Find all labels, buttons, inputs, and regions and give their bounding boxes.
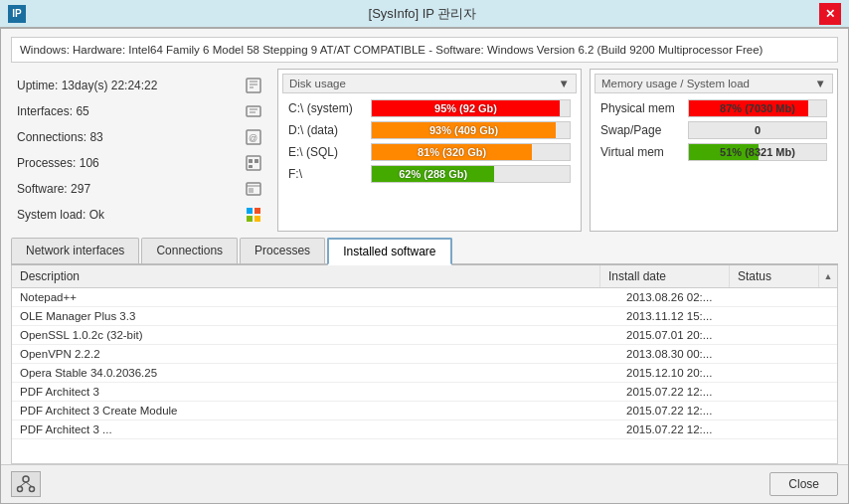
left-stats: Uptime: 13day(s) 22:24:22 Interfaces: 65… (11, 69, 269, 232)
disk-bar-wrap: 95% (92 Gb) (371, 99, 571, 117)
tab-installed-software[interactable]: Installed software (327, 238, 451, 265)
disk-drive-label: E:\ (SQL) (288, 145, 363, 159)
processes-row: Processes: 106 (11, 150, 269, 176)
cell-description: OpenSSL 1.0.2c (32-bit) (12, 326, 618, 344)
close-button[interactable]: Close (769, 472, 838, 496)
memory-row: Virtual mem51% (8321 Mb) (600, 143, 827, 161)
sysinfo-bar: Windows: Hardware: Intel64 Family 6 Mode… (11, 37, 838, 63)
disk-drive-label: C:\ (system) (288, 101, 363, 115)
memory-bar-wrap: 87% (7030 Mb) (688, 99, 827, 117)
table-header: Description Install date Status ▲ (12, 265, 837, 288)
interfaces-row: Interfaces: 65 (11, 98, 269, 124)
memory-row-label: Swap/Page (600, 123, 680, 137)
memory-panel-header: Memory usage / System load ▼ (594, 74, 833, 93)
software-label: Software: 297 (17, 182, 90, 196)
disk-row: D:\ (data)93% (409 Gb) (288, 121, 571, 139)
connections-icon: @ (244, 127, 263, 147)
svg-line-23 (20, 482, 26, 487)
disk-panel: Disk usage ▼ C:\ (system)95% (92 Gb)D:\ … (277, 69, 582, 232)
svg-rect-19 (255, 216, 260, 222)
software-row: Software: 297 (11, 176, 269, 202)
cell-install-date: 2015.07.22 12:... (618, 420, 748, 438)
disk-panel-header: Disk usage ▼ (282, 74, 577, 93)
table-row[interactable]: Opera Stable 34.0.2036.252015.12.10 20:.… (12, 364, 837, 383)
processes-icon (244, 153, 263, 173)
disk-header-label: Disk usage (289, 78, 346, 89)
svg-point-21 (18, 487, 23, 492)
svg-line-24 (26, 482, 32, 487)
uptime-row: Uptime: 13day(s) 22:24:22 (11, 73, 269, 98)
table-row[interactable]: PDF Architect 3 Create Module2015.07.22 … (12, 402, 837, 420)
tab-processes[interactable]: Processes (240, 238, 325, 263)
cell-description: PDF Architect 3 Create Module (12, 402, 618, 420)
svg-rect-17 (255, 208, 260, 214)
table-row[interactable]: OLE Manager Plus 3.32013.11.12 15:... (12, 307, 837, 326)
sysload-row: System load: Ok (11, 202, 269, 228)
table-row[interactable]: Notepad++2013.08.26 02:... (12, 288, 837, 307)
col-install-date: Install date (600, 265, 730, 287)
titlebar: IP [SysInfo] IP 관리자 ✕ (0, 0, 849, 28)
bottom-bar: Close (1, 464, 848, 503)
network-icon-button[interactable] (11, 471, 41, 497)
col-sort[interactable]: ▲ (819, 265, 837, 287)
table-row[interactable]: OpenVPN 2.2.22013.08.30 00:... (12, 345, 837, 364)
window-title: [SysInfo] IP 관리자 (26, 5, 819, 23)
uptime-label: Uptime: 13day(s) 22:24:22 (17, 79, 157, 92)
tab-connections[interactable]: Connections (141, 238, 238, 263)
app-icon: IP (8, 5, 26, 23)
svg-rect-15 (249, 188, 254, 193)
disk-drive-label: F:\ (288, 167, 363, 181)
stats-area: Uptime: 13day(s) 22:24:22 Interfaces: 65… (11, 69, 838, 232)
memory-row: Swap/Page0 (600, 121, 827, 139)
cell-status (748, 364, 837, 382)
svg-rect-12 (249, 165, 253, 168)
main-window: Windows: Hardware: Intel64 Family 6 Mode… (0, 28, 849, 504)
disk-row: E:\ (SQL)81% (320 Gb) (288, 143, 571, 161)
memory-panel: Memory usage / System load ▼ Physical me… (590, 69, 838, 232)
cell-install-date: 2013.11.12 15:... (618, 307, 748, 325)
memory-rows: Physical mem87% (7030 Mb)Swap/Page0Virtu… (594, 99, 833, 161)
interfaces-icon (244, 101, 263, 121)
cell-description: Notepad++ (12, 288, 618, 306)
memory-bar-text: 51% (8321 Mb) (720, 146, 795, 158)
disk-bar-fill: 93% (409 Gb) (372, 122, 556, 138)
table-row[interactable]: OpenSSL 1.0.2c (32-bit)2015.07.01 20:... (12, 326, 837, 345)
table-row[interactable]: PDF Architect 3 ...2015.07.22 12:... (12, 420, 837, 439)
cell-description: OLE Manager Plus 3.3 (12, 307, 618, 325)
tabs-area: Network interfacesConnectionsProcessesIn… (11, 238, 838, 265)
table-body[interactable]: Notepad++2013.08.26 02:...OLE Manager Pl… (12, 288, 837, 463)
disk-bar-fill: 81% (320 Gb) (372, 144, 532, 160)
svg-rect-9 (247, 156, 260, 170)
software-icon (244, 179, 263, 199)
cell-install-date: 2015.12.10 20:... (618, 364, 748, 382)
software-table: Description Install date Status ▲ Notepa… (11, 265, 838, 464)
close-window-button[interactable]: ✕ (819, 3, 841, 25)
disk-bar-wrap: 93% (409 Gb) (371, 121, 571, 139)
clock-icon (244, 76, 263, 95)
cell-description: Opera Stable 34.0.2036.25 (12, 364, 618, 382)
cell-status (748, 383, 837, 401)
disk-dropdown-arrow[interactable]: ▼ (559, 78, 570, 89)
table-row[interactable]: PDF Architect 32015.07.22 12:... (12, 383, 837, 402)
processes-label: Processes: 106 (17, 156, 99, 170)
disk-rows: C:\ (system)95% (92 Gb)D:\ (data)93% (40… (282, 99, 577, 183)
cell-install-date: 2015.07.22 12:... (618, 383, 748, 401)
svg-point-22 (30, 487, 35, 492)
disk-bar-fill: 62% (288 Gb) (372, 166, 494, 182)
cell-status (748, 402, 837, 420)
cell-status (748, 288, 837, 306)
cell-status (748, 326, 837, 344)
memory-dropdown-arrow[interactable]: ▼ (815, 78, 826, 89)
svg-rect-18 (247, 216, 253, 222)
cell-status (748, 345, 837, 363)
svg-text:@: @ (249, 133, 257, 143)
cell-description: OpenVPN 2.2.2 (12, 345, 618, 363)
svg-rect-10 (249, 159, 253, 163)
svg-rect-16 (247, 208, 253, 214)
tab-network-interfaces[interactable]: Network interfaces (11, 238, 139, 263)
cell-status (748, 420, 837, 438)
cell-install-date: 2013.08.26 02:... (618, 288, 748, 306)
cell-status (748, 307, 837, 325)
disk-row: F:\62% (288 Gb) (288, 165, 571, 183)
sysinfo-text: Windows: Hardware: Intel64 Family 6 Mode… (20, 44, 763, 56)
